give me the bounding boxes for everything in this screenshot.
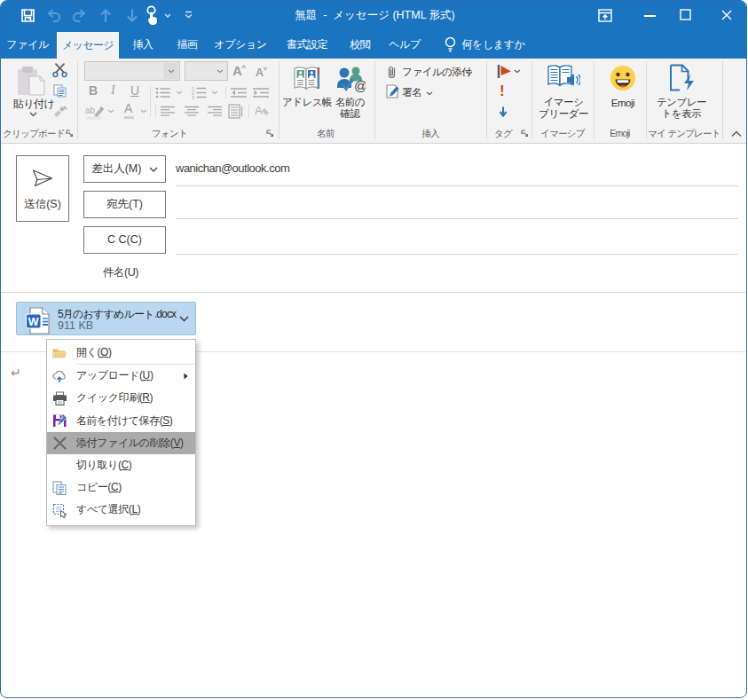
svg-text:W: W bbox=[28, 316, 39, 328]
svg-text:@: @ bbox=[354, 78, 366, 93]
svg-text:3: 3 bbox=[192, 95, 194, 100]
svg-text:ab: ab bbox=[85, 106, 96, 115]
svg-text:A: A bbox=[255, 104, 263, 117]
